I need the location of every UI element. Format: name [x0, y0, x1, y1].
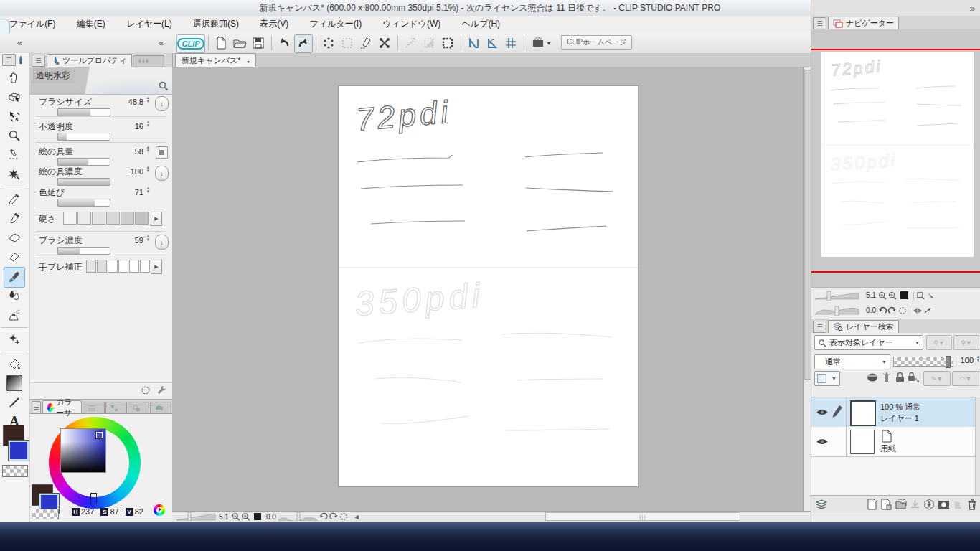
- canvas-viewport[interactable]: 72pdi 350pdi: [172, 67, 803, 511]
- rotate-left-icon[interactable]: [319, 512, 329, 521]
- reset-settings-icon[interactable]: [141, 385, 151, 395]
- open-file-button[interactable]: [231, 34, 248, 52]
- pen-pressure-button[interactable]: ↓: [155, 235, 169, 250]
- palette-color-dropdown[interactable]: ▼: [814, 371, 840, 386]
- brush-tool[interactable]: [4, 267, 25, 288]
- ruler-disabled-button[interactable]: ◠▼: [952, 371, 979, 386]
- nav-reset-rotation-icon[interactable]: [897, 306, 908, 315]
- clip-menu-button[interactable]: CLIP: [176, 34, 205, 53]
- wrench-icon[interactable]: [156, 385, 166, 395]
- snap-special-ruler-button[interactable]: [484, 34, 501, 52]
- airbrush-tool[interactable]: [5, 306, 24, 324]
- search-option-button-2[interactable]: ⚲▼: [953, 335, 979, 350]
- clip-homepage-button[interactable]: CLIPホームページ: [561, 35, 632, 50]
- hardness-popup-button[interactable]: ▶: [151, 212, 162, 226]
- navigator-menu-icon[interactable]: ☰: [813, 17, 826, 29]
- tab-approximate-color[interactable]: [150, 402, 171, 413]
- menu-view[interactable]: 表示(V): [250, 16, 298, 32]
- new-vector-layer-button[interactable]: [879, 497, 893, 512]
- layer-opacity-slider[interactable]: [893, 357, 953, 367]
- auto-select-tool[interactable]: [5, 165, 24, 183]
- collapse-property-icon[interactable]: «: [159, 33, 164, 52]
- menu-edit[interactable]: 編集(E): [67, 16, 115, 32]
- tool-property-menu-icon[interactable]: ☰: [32, 55, 45, 67]
- tab-tool-property[interactable]: ツールプロパティ: [47, 54, 132, 67]
- pan-tool[interactable]: [5, 68, 24, 86]
- spinner-icon[interactable]: ▲▼: [145, 187, 151, 194]
- collapse-toolstrip-icon[interactable]: «: [17, 33, 22, 52]
- slider-value[interactable]: 16: [115, 122, 143, 131]
- save-button[interactable]: [250, 34, 267, 52]
- nav-fit-icon[interactable]: [900, 291, 908, 299]
- merge-down-disabled-button[interactable]: [908, 497, 922, 512]
- slider-track[interactable]: [57, 178, 110, 186]
- new-folder-button[interactable]: [893, 497, 908, 512]
- slider-track[interactable]: [57, 108, 110, 116]
- layer-thumbnail[interactable]: [850, 430, 875, 454]
- tab-navigator[interactable]: ナビゲーター: [828, 17, 899, 29]
- layer-thumbnail[interactable]: [850, 400, 876, 426]
- stabilizer-options[interactable]: [86, 260, 151, 273]
- nav-flip-reset-icon[interactable]: [923, 306, 933, 315]
- document-tab[interactable]: 新規キャンバス* ●: [175, 53, 256, 67]
- spinner-icon[interactable]: ▲▼: [145, 146, 151, 153]
- hardness-options[interactable]: [63, 212, 149, 225]
- navigator-preview[interactable]: 72pdi 350pdi: [811, 29, 980, 287]
- tab-intermediate-color[interactable]: [128, 402, 149, 413]
- menu-window[interactable]: ウィンドウ(W): [373, 16, 450, 32]
- navigator-thumbnail[interactable]: 72pdi 350pdi: [821, 52, 974, 257]
- layer-search-menu-icon[interactable]: ☰: [813, 321, 826, 333]
- nav-rotate-right-icon[interactable]: [887, 306, 897, 315]
- menu-filter[interactable]: フィルター(I): [301, 16, 371, 32]
- erase-selection-button[interactable]: [357, 34, 374, 52]
- menu-layer[interactable]: レイヤー(L): [117, 16, 182, 32]
- slider-track[interactable]: [57, 199, 110, 207]
- rotation-slider[interactable]: [278, 512, 319, 521]
- tab-color-wheel[interactable]: カラーサ: [42, 400, 82, 413]
- thumbnail-mask-icon[interactable]: [866, 372, 879, 383]
- canvas-window-button[interactable]: ▼: [528, 34, 554, 52]
- layer-row-2[interactable]: 用紙: [811, 427, 975, 457]
- eraser-tool[interactable]: [5, 248, 24, 265]
- snap-ruler-button[interactable]: [465, 34, 482, 52]
- blend-mode-dropdown[interactable]: 通常 ▼: [814, 354, 890, 369]
- tab-brush-shape[interactable]: [133, 55, 164, 67]
- new-document-button[interactable]: [212, 34, 230, 52]
- pen-pressure-button[interactable]: ↓: [155, 96, 169, 111]
- visibility-eye-icon[interactable]: [816, 437, 829, 446]
- search-option-button-1[interactable]: ⚲▼: [926, 335, 952, 350]
- menu-help[interactable]: ヘルプ(H): [453, 16, 510, 32]
- transparent-color-swatch[interactable]: [32, 509, 59, 519]
- slider-track[interactable]: [57, 158, 110, 166]
- scale-disabled-button[interactable]: [402, 34, 419, 52]
- tab-color-set[interactable]: [105, 402, 127, 413]
- slider-value[interactable]: 100: [115, 167, 143, 176]
- new-layer-button[interactable]: [864, 497, 879, 512]
- spinner-icon[interactable]: ▲▼: [145, 96, 151, 103]
- figure-tool[interactable]: [5, 393, 24, 411]
- spinner-icon[interactable]: ▲▼: [975, 355, 980, 362]
- nav-rotation-slider[interactable]: [814, 306, 860, 316]
- kneaded-eraser-tool[interactable]: [5, 228, 24, 246]
- source-button[interactable]: [156, 146, 168, 159]
- deselect-button[interactable]: [339, 34, 356, 52]
- spinner-icon[interactable]: ▲▼: [145, 235, 151, 242]
- selection-launcher-button[interactable]: [320, 34, 337, 52]
- move-tool[interactable]: [5, 107, 24, 125]
- pen-pressure-button[interactable]: ↓: [155, 166, 169, 181]
- fit-to-screen-icon[interactable]: [254, 513, 261, 520]
- stock-selection-button[interactable]: [439, 34, 456, 52]
- stabilizer-popup-button[interactable]: ▶: [151, 260, 162, 274]
- undo-button[interactable]: [275, 34, 293, 52]
- scroll-left-icon[interactable]: ◀: [354, 514, 359, 520]
- tab-layer-search[interactable]: レイヤー検索: [828, 320, 899, 333]
- layer-row-1[interactable]: 100 % 通常 レイヤー 1: [811, 397, 975, 428]
- tab-color-slider[interactable]: [83, 402, 104, 413]
- layer-name[interactable]: レイヤー 1: [880, 413, 919, 423]
- rotate-right-icon[interactable]: [329, 512, 339, 521]
- property-settings-icon[interactable]: [158, 80, 169, 92]
- slider-value[interactable]: 71: [115, 188, 143, 197]
- lock-layer-icon[interactable]: [895, 371, 905, 383]
- canvas-page[interactable]: 72pdi 350pdi: [339, 86, 638, 486]
- gradient-tool[interactable]: [5, 374, 24, 392]
